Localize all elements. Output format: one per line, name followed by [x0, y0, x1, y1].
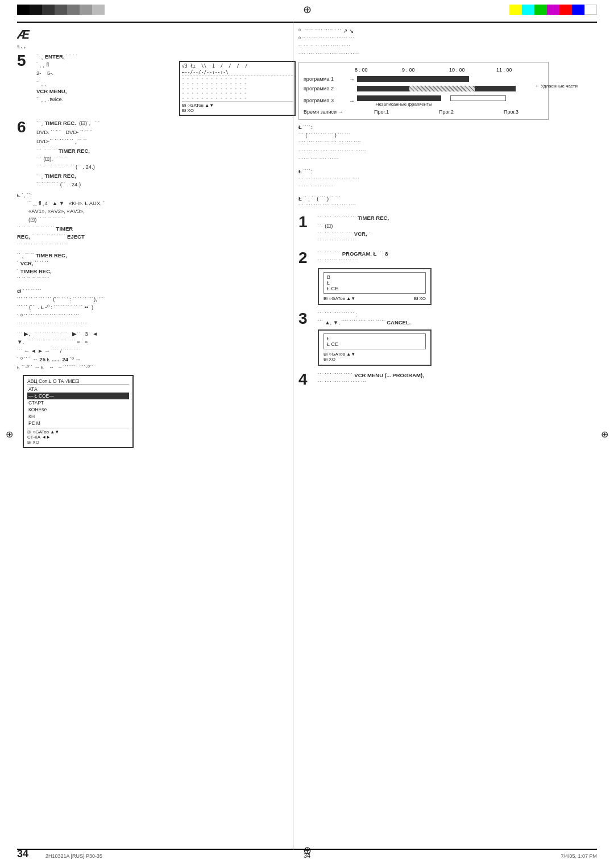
step2-right-content: ˙˙˙ ˙˙˙˙ ˙˙˙˙ PROGRAM. Ł ˙˙˙ 8 ˙˙˙ ˙˙˙˙˙… — [318, 250, 588, 308]
step3-right-block: 3 ˙˙˙ ˙˙˙˙ ˙˙˙˙ ˙˙˙˙ ˙˙ : ˙˙˙ ▲, ▼, ˙˙˙˙… — [298, 311, 588, 368]
bottom-border-line — [17, 849, 597, 850]
step1-right-text3: ˙˙˙ ˙˙˙ ˙˙˙˙ ˙˙ ˙˙˙˙ VCR, ˙˙ — [318, 230, 588, 238]
prog1-bar — [357, 76, 469, 82]
zero-text3: ˙ ⁰ ˙˙ ˙˙˙ ˙˙˙ ˙˙˙ ˙˙˙˙ ˙˙˙˙ ˙˙˙ ˙˙˙ — [17, 312, 296, 320]
timeline-container: 8 : 00 9 : 00 10 : 00 11 : 00 программа … — [298, 62, 549, 120]
zero-25l: ˙ ⁰ ˙˙ ˙ ↔ 25 Ł ...... 24 ˙⁰ ↔ — [17, 356, 296, 364]
crosshair-left-mid: ⊕ — [6, 429, 13, 440]
zero-arrow: Ł ˙˙-⁰˙˙ ↔ Ł ↔ – ˙˙˙˙˙˙˙ ˙˙˙-⁰˙˙ — [17, 364, 296, 372]
step3-right-number: 3 — [298, 311, 314, 368]
screen3-line1: Ł — [327, 336, 422, 341]
zero-text4: ˙˙˙ ˙˙ ˙˙ ˙˙˙ ˙˙˙ ˙˙˙ ˙˙ ˙˙ ˙˙˙˙˙˙˙˙ ˙˙˙… — [17, 321, 296, 329]
footer-right: 7/4/05, 1:07 PM — [561, 853, 597, 859]
prog3-unrecorded — [450, 95, 506, 101]
right-note1: Ł ˙˙˙˙: ˙˙˙ (˙˙˙ ˙˙˙ ˙˙˙ ˙˙˙ ) ˙˙˙ ˙˙˙ ˙… — [298, 123, 588, 165]
step5-number: 5 — [17, 53, 33, 116]
step3-right-content: ˙˙˙ ˙˙˙˙ ˙˙˙˙ ˙˙˙˙ ˙˙ : ˙˙˙ ▲, ▼, ˙˙˙˙ ˙… — [318, 311, 588, 368]
prog3-label: программа 3 — [304, 98, 349, 103]
right-note1-text3: ˙ ˙˙ ˙˙˙ ˙˙˙ ˙˙˙˙ ˙˙˙˙ ˙˙˙ ˙˙˙˙˙ ˙˙˙˙˙˙ — [298, 149, 588, 157]
step3-screen-nav: Bł ○GАТов ▲▼ Bł XO — [323, 352, 426, 362]
scart-text7: ˙˙ ˛ ˙˙ ˙˙ TIMER REC, — [17, 252, 296, 260]
step5-left-text: ˙ ˛ ˛ fl 2- 5-. ˙˙ ˛ ˛ VCR MENU, ˙˙ ˛ ˛ … — [36, 61, 176, 103]
timeline-times: 8 : 00 9 : 00 10 : 00 11 : 00 — [355, 67, 544, 73]
timeline-row-3: программа 3 → Незаписанные фрагменты — [304, 94, 544, 107]
step2-screen-nav: Bł ○GАТов ▲▼ Bł XO — [323, 296, 426, 301]
step2-right-text1: ˙˙˙ ˙˙˙˙ ˙˙˙˙ PROGRAM. Ł ˙˙˙ 8 — [318, 250, 588, 258]
zero-text5: ˙˙˙ ▶, ˙˙˙˙ ˙˙˙˙ ˙˙˙˙ ˙˙˙˙ ▶˙˙ 3 ◄ — [17, 330, 296, 338]
footer-center: 34 — [304, 852, 310, 859]
step6-block: 6 ˙˙ ˛ TIMER REC. (⊡)˙, ˙ ˙ DVD. ˙˙ ˙ ˙ … — [17, 119, 296, 189]
screen-line-2: ←--/--/-/--↑--↑-\ — [182, 70, 293, 76]
page-number: 34 — [17, 848, 28, 860]
scart-section: Ł ˙, ˙˙: ˙˙ ˛˛ fl ˛4 ▲ ▼ «КН». Ł AUX, ˙ … — [17, 191, 296, 284]
prog2-bar-area: ← Удлаенные части — [357, 85, 544, 93]
right-note1-label: Ł ˙˙˙˙: — [298, 123, 588, 131]
menu-title-text: АВЦ Соп.Ł О ТА √МЕ⊡ — [27, 378, 80, 384]
time-2: 9 : 00 — [402, 67, 449, 73]
menu-item-1: АТА — [27, 386, 129, 393]
step6-text7: ˙˙ ˛ TIMER REC, — [36, 172, 296, 180]
step2-right-number: 2 — [298, 250, 314, 308]
right-intro-text1: ⁰ ˙˙ ˙˙ ˙˙˙˙ ˙˙˙˙˙ ˙ ˙˙ ↗ ↘ — [298, 27, 588, 35]
scart-text5: REC, ˙˙ ˙˙ ˙˙ ˙˙ ˙˙ ˙˙ ˙˙ EJECT — [17, 233, 296, 241]
scart-text2: «АV1», «АV2», «АV3», — [28, 207, 296, 215]
scart-label: Ł ˙, ˙˙: — [17, 191, 296, 199]
step6-text1: ˙˙ ˛ TIMER REC. (⊡)˙, ˙ ˙ — [36, 119, 296, 127]
step1-right-text4: ˙˙ ˙˙˙ ˙˙˙˙˙ ˙˙˙˙˙ ˙˙˙ — [318, 238, 588, 246]
heading-subtitle: ₅ ‚ ‚ — [17, 42, 296, 49]
scart-text4: ˙˙ ˙˙ ˙˙ ˙ ˙˙ ˙˙ ˙˙ ˙˙ TIMER — [17, 225, 296, 233]
menu-item-3: СТАРТ — [27, 399, 129, 406]
step1-right-block: 1 ˙˙˙ ˙˙˙˙ ˙˙˙˙ ˙˙˙˙ ˙˙˙ TIMER REC, ˙˙˙ … — [298, 214, 588, 247]
prog-label-1: Прог.1 — [374, 109, 389, 115]
heading-title: Æ — [17, 27, 296, 42]
step2-screen: B Ł Ł СЕ Bł ○GАТов ▲▼ Bł XO — [318, 268, 432, 305]
right-note2-text2: ˙˙˙˙˙˙ ˙˙˙˙˙˙ ˙˙˙˙˙˙ — [298, 184, 588, 192]
zero-text1: ˙˙˙ ˙˙ ˙˙ ˙˙ ˙˙˙ ˙˙˙ (˙˙˙ ˙˙ ˙ : ˙˙ ˙˙ ˙… — [17, 295, 296, 303]
screen-line-1: √3 łı \\ 1 / / / / — [182, 64, 293, 69]
step4-right-block: 4 ˙˙˙ ˙˙˙˙ ˙˙˙˙˙ ˙˙˙˙˙ VCR MENU (... PRO… — [298, 372, 588, 388]
timeline-row-2: программа 2 → ← Удлаенные части — [304, 85, 544, 93]
scart-label2: ˙ TIMER REC, — [17, 268, 296, 276]
right-note2: Ł ˙˙˙˙: ˙˙˙ ˙˙˙ ˙˙˙˙˙ ˙˙˙˙˙ ˙˙˙˙ ˙˙˙˙˙ ˙… — [298, 168, 588, 192]
zero-section: Ø ˙ ˙˙ ˙˙ ˙˙˙ ˙˙˙ ˙˙ ˙˙ ˙˙ ˙˙˙ ˙˙˙ (˙˙˙ … — [17, 287, 296, 372]
step6-text6: ˙˙˙ ˙˙ ˙˙ ˙˙ ˙˙˙ ˙˙ ˙˙ (˙˙ . 24.) — [36, 163, 296, 171]
screen3-line2: Ł СЕ — [327, 341, 422, 347]
footer-left: 2H10321A [RUS] P30-35 — [45, 853, 102, 859]
right-note1-text1: ˙˙˙ (˙˙˙ ˙˙˙ ˙˙˙ ˙˙˙ ) ˙˙˙ ˙˙˙ — [298, 131, 588, 139]
time-4: 11 : 00 — [496, 67, 544, 73]
time-3: 10 : 00 — [449, 67, 496, 73]
prog3-arrow: → — [349, 98, 355, 104]
menu-box: АВЦ Соп.Ł О ТА √МЕ⊡ АТА — Ł СОЕ— СТАРТ К… — [23, 375, 134, 448]
timeline-row-1: программа 1 → — [304, 75, 544, 83]
right-note3-text1: ˙˙˙ ˙˙˙˙ ˙˙˙˙ ˙˙˙˙ ˙˙˙˙ ˙˙˙˙ ˙˙˙˙ — [298, 203, 588, 211]
color-bars-top-right — [509, 5, 597, 15]
crosshair-top-center: ⊕ — [303, 3, 312, 16]
step5-content: ˙˙ ˛ ENTER, ˙ ˙ ˙ ˙ ˙ ˛ ˛ fl 2- 5-. ˙˙ ˛… — [36, 53, 296, 116]
zero-label: Ø ˙ ˙˙ ˙˙ ˙˙˙ — [17, 287, 296, 295]
step2-right-text2: ˙˙˙ ˙˙˙˙˙˙˙ ˙˙˙˙˙˙˙ ˙˙˙ — [318, 258, 588, 266]
vcr-screen-box: √3 łı \\ 1 / / / / ←--/--/-/--↑--↑-\ - -… — [179, 61, 296, 116]
step3-right-text1: ˙˙˙ ˙˙˙˙ ˙˙˙˙ ˙˙˙˙ ˙˙ : — [318, 311, 588, 319]
right-note1-text4: ˙˙˙˙˙˙ ˙˙˙˙ ˙˙˙˙ ˙˙˙˙˙˙ — [298, 157, 588, 165]
prog2-label: программа 2 — [304, 86, 349, 91]
annotation-unrecorded: Незаписанные фрагменты — [376, 102, 432, 107]
prog-label-2: Прог.2 — [439, 109, 454, 115]
right-note3-label: Ł ˙˙ ˛ ˙˙ ( ˙˙˙ ) ˙˙ ˙˙˙ — [298, 195, 588, 203]
right-column: ⁰ ˙˙ ˙˙ ˙˙˙˙ ˙˙˙˙˙ ˙ ˙˙ ↗ ↘ ⁰ ˙˙ ˙˙ ˙˙˙ … — [298, 27, 588, 846]
zero-text7: ˙˙˙ ← ◄ ► → ˙˙˙˙ / ˙˙˙˙˙ ˙˙˙˙ — [17, 347, 296, 355]
step6-text8: ˙˙ ˙˙ ˙˙ ˙˙ ˙ (˙˙ . .24.) — [36, 181, 296, 189]
right-intro-text2: ⁰ ˙˙ ˙˙ ˙˙˙ ˙˙˙ ˙˙˙˙˙ ˙˙˙˙˙˙ ˙˙˙ — [298, 35, 588, 43]
menu-item-6: РЕ М — [27, 420, 129, 427]
prog2-deleted — [409, 86, 475, 91]
annotation-deleted: ← Удлаенные части — [535, 84, 578, 89]
step4-right-content: ˙˙˙ ˙˙˙˙ ˙˙˙˙˙ ˙˙˙˙˙ VCR MENU (... PROGR… — [318, 372, 588, 388]
screen-footer: Bł ○GАТов ▲▼ — [182, 103, 293, 108]
step2-screen-inner: B Ł Ł СЕ — [323, 272, 426, 294]
step4-right-text1: ˙˙˙ ˙˙˙˙ ˙˙˙˙˙ ˙˙˙˙˙ VCR MENU (... PROGR… — [318, 372, 588, 379]
screen-lines-dash: - - - - - - - - - - - - - - - - - - - - … — [182, 76, 293, 102]
prog3-bar-area: Незаписанные фрагменты — [357, 94, 544, 107]
menu-footer3: Bł XO — [27, 440, 129, 445]
prog-labels: Прог.1 Прог.2 Прог.3 — [349, 109, 544, 115]
right-intro-text4: ˙˙˙˙ ˙˙˙˙ ˙˙˙˙ ˙˙˙˙˙˙˙ ˙˙˙˙˙˙ ˙˙˙˙˙ — [298, 52, 588, 60]
step3-right-text2: ˙˙˙ ▲, ▼, ˙˙˙˙ ˙˙˙˙ ˙˙˙˙ ˙˙˙˙ ˙˙˙˙˙ CANC… — [318, 319, 588, 327]
